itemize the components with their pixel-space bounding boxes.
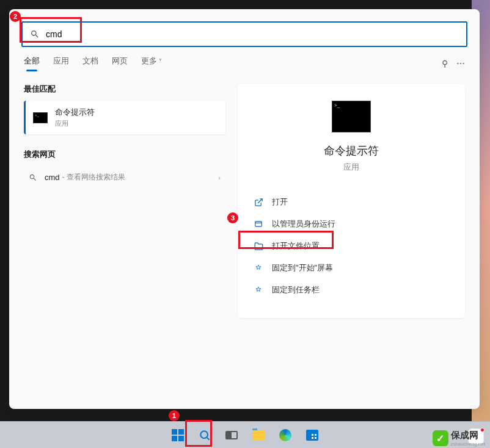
svg-line-0 — [258, 198, 262, 203]
windows-search-panel: cmd 全部 应用 文档 网页 更多 ⚲ ⋯ 最佳匹配 命令提示符 应用 搜索 — [9, 9, 480, 409]
start-button[interactable] — [166, 424, 189, 447]
web-search-heading: 搜索网页 — [24, 149, 225, 160]
pin-icon — [254, 263, 263, 273]
search-icon — [199, 429, 211, 441]
action-label: 打开文件位置 — [272, 240, 320, 251]
best-match-heading: 最佳匹配 — [24, 84, 225, 95]
edge-icon — [279, 429, 291, 441]
account-icon[interactable]: ⚲ — [442, 59, 448, 68]
task-view-button[interactable] — [220, 424, 243, 447]
preview-title: 命令提示符 — [250, 143, 453, 158]
svg-rect-1 — [255, 222, 262, 226]
edge-browser-button[interactable] — [274, 424, 297, 447]
action-label: 以管理员身份运行 — [272, 219, 335, 229]
web-query: cmd — [45, 173, 60, 182]
web-hint: - 查看网络搜索结果 — [62, 172, 125, 182]
annotation-badge-2: 2 — [10, 11, 21, 22]
search-input[interactable]: cmd — [21, 21, 467, 47]
tab-more[interactable]: 更多 — [141, 56, 162, 71]
watermark-text: 保成网 — [451, 430, 486, 441]
action-list: 打开 以管理员身份运行 打开文件位置 — [250, 191, 453, 301]
search-query-text: cmd — [46, 29, 459, 39]
pin-icon — [254, 285, 263, 295]
web-search-result[interactable]: cmd - 查看网络搜索结果 › — [24, 166, 225, 189]
action-label: 打开 — [272, 197, 288, 208]
preview-panel: 命令提示符 应用 打开 以管理员身份运行 — [238, 84, 465, 318]
search-box-container: cmd — [9, 9, 480, 47]
svg-point-2 — [200, 431, 208, 438]
action-label: 固定到"开始"屏幕 — [272, 262, 333, 273]
more-options-icon[interactable]: ⋯ — [456, 59, 465, 68]
svg-line-3 — [207, 437, 210, 439]
tab-docs[interactable]: 文档 — [82, 56, 98, 71]
folder-icon — [252, 430, 265, 440]
search-tabs: 全部 应用 文档 网页 更多 ⚲ ⋯ — [9, 47, 480, 71]
action-pin-start[interactable]: 固定到"开始"屏幕 — [250, 257, 453, 279]
chevron-right-icon: › — [218, 174, 221, 181]
search-icon — [30, 29, 40, 39]
store-icon — [306, 430, 318, 441]
search-results-area: 最佳匹配 命令提示符 应用 搜索网页 cmd - 查看网络搜索结果 › — [9, 71, 480, 330]
tab-all[interactable]: 全部 — [24, 56, 40, 71]
action-open[interactable]: 打开 — [250, 191, 453, 213]
taskbar — [0, 421, 490, 448]
watermark: ✓ 保成网 zsbaocheng.net — [433, 430, 486, 447]
preview-cmd-icon — [332, 101, 371, 132]
action-label: 固定到任务栏 — [272, 284, 320, 295]
folder-icon — [254, 241, 263, 251]
best-match-result[interactable]: 命令提示符 应用 — [24, 101, 225, 134]
tab-apps[interactable]: 应用 — [53, 56, 69, 71]
action-open-location[interactable]: 打开文件位置 — [250, 235, 453, 257]
search-icon — [29, 173, 37, 182]
annotation-badge-1: 1 — [169, 410, 180, 421]
annotation-badge-3: 3 — [227, 212, 238, 223]
tab-web[interactable]: 网页 — [112, 56, 128, 71]
windows-logo-icon — [172, 429, 184, 441]
action-run-admin[interactable]: 以管理员身份运行 — [250, 213, 453, 235]
taskview-icon — [225, 431, 238, 439]
watermark-logo-icon: ✓ — [433, 430, 448, 446]
result-subtitle: 应用 — [55, 119, 218, 128]
file-explorer-button[interactable] — [247, 424, 270, 447]
open-icon — [254, 197, 263, 207]
shield-icon — [254, 219, 263, 229]
action-pin-taskbar[interactable]: 固定到任务栏 — [250, 279, 453, 301]
ms-store-button[interactable] — [301, 424, 324, 447]
taskbar-search-button[interactable] — [193, 424, 216, 447]
preview-type: 应用 — [250, 162, 453, 173]
cmd-icon — [33, 112, 48, 123]
result-title: 命令提示符 — [55, 107, 218, 118]
watermark-url: zsbaocheng.net — [451, 441, 486, 447]
results-list: 最佳匹配 命令提示符 应用 搜索网页 cmd - 查看网络搜索结果 › — [24, 84, 225, 318]
